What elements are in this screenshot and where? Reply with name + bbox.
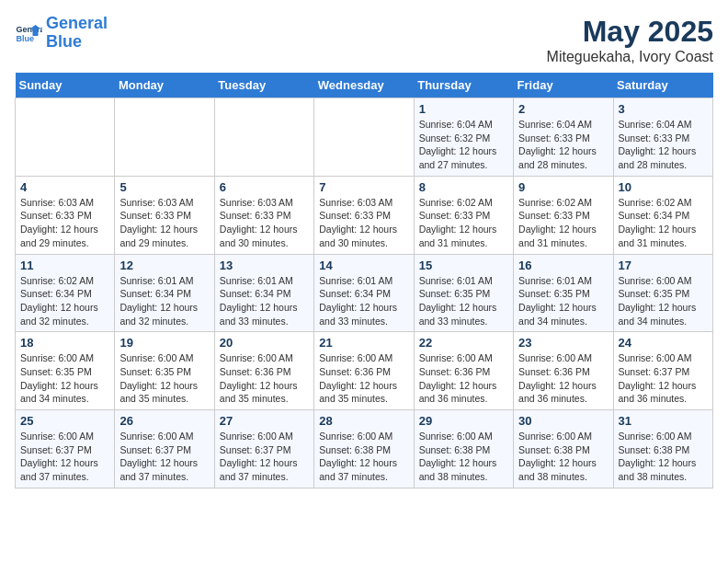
day-detail: Sunrise: 6:03 AM Sunset: 6:33 PM Dayligh…	[220, 196, 309, 250]
day-detail: Sunrise: 6:00 AM Sunset: 6:38 PM Dayligh…	[419, 430, 508, 484]
calendar-cell: 12Sunrise: 6:01 AM Sunset: 6:34 PM Dayli…	[115, 254, 214, 332]
day-number: 22	[419, 336, 508, 350]
day-number: 21	[319, 336, 408, 350]
day-number: 19	[119, 336, 209, 350]
header: General Blue General Blue May 2025 Miteg…	[15, 15, 713, 65]
day-detail: Sunrise: 6:03 AM Sunset: 6:33 PM Dayligh…	[119, 196, 209, 250]
calendar-cell: 13Sunrise: 6:01 AM Sunset: 6:34 PM Dayli…	[214, 254, 313, 332]
calendar-cell: 2Sunrise: 6:04 AM Sunset: 6:33 PM Daylig…	[514, 98, 613, 177]
calendar-cell	[115, 98, 214, 177]
calendar-cell: 9Sunrise: 6:02 AM Sunset: 6:33 PM Daylig…	[514, 176, 613, 254]
day-detail: Sunrise: 6:02 AM Sunset: 6:33 PM Dayligh…	[419, 196, 508, 250]
day-detail: Sunrise: 6:01 AM Sunset: 6:35 PM Dayligh…	[518, 274, 608, 328]
day-number: 17	[619, 259, 708, 272]
day-header-tuesday: Tuesday	[214, 73, 313, 98]
day-number: 30	[518, 414, 608, 428]
day-number: 29	[419, 414, 508, 428]
day-detail: Sunrise: 6:00 AM Sunset: 6:36 PM Dayligh…	[518, 351, 608, 406]
calendar-cell	[214, 98, 313, 177]
calendar-cell: 21Sunrise: 6:00 AM Sunset: 6:36 PM Dayli…	[314, 332, 414, 410]
calendar-cell: 16Sunrise: 6:01 AM Sunset: 6:35 PM Dayli…	[514, 254, 613, 332]
day-number: 4	[20, 180, 109, 194]
calendar-cell: 31Sunrise: 6:00 AM Sunset: 6:38 PM Dayli…	[613, 410, 712, 488]
calendar-table: SundayMondayTuesdayWednesdayThursdayFrid…	[15, 73, 713, 488]
calendar-cell: 10Sunrise: 6:02 AM Sunset: 6:34 PM Dayli…	[613, 176, 712, 254]
day-number: 6	[220, 180, 309, 194]
day-number: 10	[619, 180, 708, 194]
day-detail: Sunrise: 6:04 AM Sunset: 6:33 PM Dayligh…	[518, 118, 608, 172]
day-detail: Sunrise: 6:02 AM Sunset: 6:33 PM Dayligh…	[518, 196, 608, 250]
day-header-sunday: Sunday	[16, 73, 115, 98]
logo-text-line1: General Blue	[46, 15, 108, 52]
title-area: May 2025 Miteguekaha, Ivory Coast	[547, 15, 713, 65]
day-detail: Sunrise: 6:00 AM Sunset: 6:38 PM Dayligh…	[518, 430, 608, 484]
day-detail: Sunrise: 6:00 AM Sunset: 6:38 PM Dayligh…	[619, 430, 708, 484]
calendar-cell: 23Sunrise: 6:00 AM Sunset: 6:36 PM Dayli…	[514, 332, 613, 410]
day-number: 24	[619, 336, 708, 350]
day-number: 3	[619, 102, 708, 116]
main-title: May 2025	[547, 15, 713, 49]
day-number: 18	[20, 336, 109, 350]
calendar-cell: 24Sunrise: 6:00 AM Sunset: 6:37 PM Dayli…	[613, 332, 712, 410]
day-number: 25	[20, 414, 109, 428]
calendar-cell: 1Sunrise: 6:04 AM Sunset: 6:32 PM Daylig…	[414, 98, 513, 177]
day-number: 14	[319, 259, 408, 272]
calendar-cell: 30Sunrise: 6:00 AM Sunset: 6:38 PM Dayli…	[514, 410, 613, 488]
calendar-cell: 3Sunrise: 6:04 AM Sunset: 6:33 PM Daylig…	[613, 98, 712, 177]
day-detail: Sunrise: 6:04 AM Sunset: 6:32 PM Dayligh…	[419, 118, 508, 172]
calendar-week-row: 11Sunrise: 6:02 AM Sunset: 6:34 PM Dayli…	[16, 254, 713, 332]
day-number: 5	[119, 180, 209, 194]
day-detail: Sunrise: 6:00 AM Sunset: 6:36 PM Dayligh…	[319, 351, 408, 406]
calendar-cell: 27Sunrise: 6:00 AM Sunset: 6:37 PM Dayli…	[214, 410, 313, 488]
calendar-week-row: 1Sunrise: 6:04 AM Sunset: 6:32 PM Daylig…	[16, 98, 713, 177]
day-detail: Sunrise: 6:00 AM Sunset: 6:36 PM Dayligh…	[220, 351, 309, 406]
logo-icon: General Blue	[15, 19, 42, 47]
day-detail: Sunrise: 6:02 AM Sunset: 6:34 PM Dayligh…	[20, 274, 109, 328]
day-detail: Sunrise: 6:03 AM Sunset: 6:33 PM Dayligh…	[20, 196, 109, 250]
day-number: 9	[518, 180, 608, 194]
day-header-wednesday: Wednesday	[314, 73, 414, 98]
day-number: 16	[518, 259, 608, 272]
day-detail: Sunrise: 6:01 AM Sunset: 6:34 PM Dayligh…	[220, 274, 309, 328]
calendar-cell: 5Sunrise: 6:03 AM Sunset: 6:33 PM Daylig…	[115, 176, 214, 254]
calendar-cell: 22Sunrise: 6:00 AM Sunset: 6:36 PM Dayli…	[414, 332, 513, 410]
calendar-cell: 18Sunrise: 6:00 AM Sunset: 6:35 PM Dayli…	[16, 332, 115, 410]
day-detail: Sunrise: 6:00 AM Sunset: 6:35 PM Dayligh…	[20, 351, 109, 406]
day-header-saturday: Saturday	[613, 73, 712, 98]
day-detail: Sunrise: 6:03 AM Sunset: 6:33 PM Dayligh…	[319, 196, 408, 250]
calendar-cell	[16, 98, 115, 177]
calendar-cell: 25Sunrise: 6:00 AM Sunset: 6:37 PM Dayli…	[16, 410, 115, 488]
svg-text:Blue: Blue	[17, 34, 35, 43]
day-number: 23	[518, 336, 608, 350]
day-number: 26	[119, 414, 209, 428]
calendar-week-row: 18Sunrise: 6:00 AM Sunset: 6:35 PM Dayli…	[16, 332, 713, 410]
day-number: 31	[619, 414, 708, 428]
calendar-cell: 26Sunrise: 6:00 AM Sunset: 6:37 PM Dayli…	[115, 410, 214, 488]
calendar-header-row: SundayMondayTuesdayWednesdayThursdayFrid…	[16, 73, 713, 98]
calendar-cell: 15Sunrise: 6:01 AM Sunset: 6:35 PM Dayli…	[414, 254, 513, 332]
day-number: 11	[20, 259, 109, 272]
calendar-cell: 11Sunrise: 6:02 AM Sunset: 6:34 PM Dayli…	[16, 254, 115, 332]
day-detail: Sunrise: 6:04 AM Sunset: 6:33 PM Dayligh…	[619, 118, 708, 172]
calendar-cell: 14Sunrise: 6:01 AM Sunset: 6:34 PM Dayli…	[314, 254, 414, 332]
calendar-cell: 29Sunrise: 6:00 AM Sunset: 6:38 PM Dayli…	[414, 410, 513, 488]
calendar-cell: 28Sunrise: 6:00 AM Sunset: 6:38 PM Dayli…	[314, 410, 414, 488]
day-number: 27	[220, 414, 309, 428]
day-detail: Sunrise: 6:02 AM Sunset: 6:34 PM Dayligh…	[619, 196, 708, 250]
day-number: 20	[220, 336, 309, 350]
calendar-cell: 19Sunrise: 6:00 AM Sunset: 6:35 PM Dayli…	[115, 332, 214, 410]
day-number: 1	[419, 102, 508, 116]
day-detail: Sunrise: 6:00 AM Sunset: 6:37 PM Dayligh…	[619, 351, 708, 406]
day-detail: Sunrise: 6:00 AM Sunset: 6:37 PM Dayligh…	[220, 430, 309, 484]
day-number: 15	[419, 259, 508, 272]
day-detail: Sunrise: 6:01 AM Sunset: 6:34 PM Dayligh…	[119, 274, 209, 328]
day-number: 7	[319, 180, 408, 194]
calendar-cell: 8Sunrise: 6:02 AM Sunset: 6:33 PM Daylig…	[414, 176, 513, 254]
day-detail: Sunrise: 6:00 AM Sunset: 6:35 PM Dayligh…	[619, 274, 708, 328]
subtitle: Miteguekaha, Ivory Coast	[547, 49, 713, 65]
day-number: 8	[419, 180, 508, 194]
day-number: 12	[119, 259, 209, 272]
calendar-cell: 20Sunrise: 6:00 AM Sunset: 6:36 PM Dayli…	[214, 332, 313, 410]
day-detail: Sunrise: 6:01 AM Sunset: 6:35 PM Dayligh…	[419, 274, 508, 328]
day-number: 13	[220, 259, 309, 272]
